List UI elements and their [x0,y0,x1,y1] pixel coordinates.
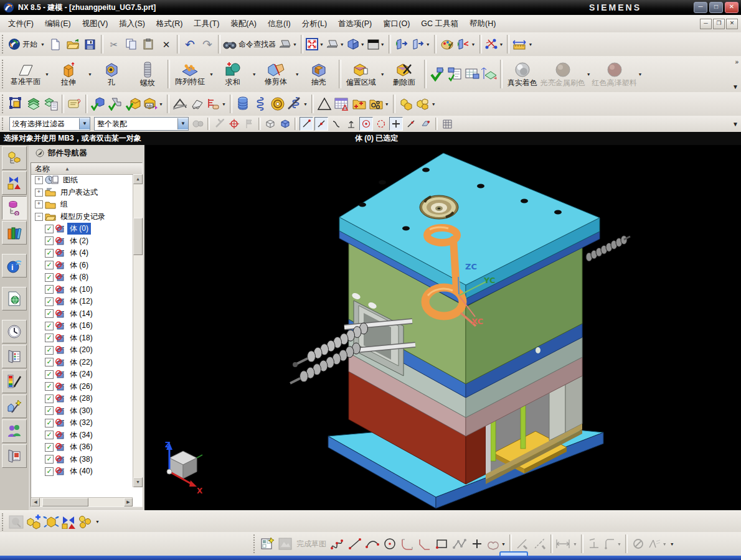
sync-check-button[interactable] [429,66,445,82]
checkbox-icon[interactable]: ✓ [45,394,54,403]
hole-button[interactable]: 孔 [93,58,130,90]
toolbar-handle[interactable] [2,95,6,113]
line-button[interactable] [347,536,363,552]
history-tab[interactable] [2,320,27,343]
move-component-button[interactable] [43,514,59,530]
offset-region-button[interactable]: 偏置区域 [343,58,379,90]
delete-button[interactable]: ✕ [158,36,174,52]
tree-body-row[interactable]: ✓ 体 (0) [31,223,133,235]
blocks-b-button[interactable]: ▼ [415,96,437,112]
tree-body-row[interactable]: ✓ 体 (34) [31,429,133,442]
checkbox-icon[interactable]: ✓ [45,467,54,476]
circle-button[interactable] [382,536,398,552]
vertical-scrollbar[interactable]: ▲ ▼ [133,174,142,487]
checkbox-icon[interactable]: ✓ [45,225,54,233]
doc-restore-button[interactable]: ❐ [713,19,725,29]
snap-quadrant-button[interactable] [374,117,388,131]
checkbox-icon[interactable]: ✓ [45,236,54,245]
reuse-library-tab[interactable] [2,221,27,245]
start-menu-button[interactable]: 开始▼ [8,36,46,52]
tree-body-row[interactable]: ✓ 体 (32) [31,417,133,429]
check-table-button[interactable] [464,66,480,82]
dropdown-arrow-icon[interactable]: ▼ [79,118,90,129]
unite-button[interactable]: 求和 [215,58,251,90]
check-box-button[interactable] [125,96,141,112]
scrollbar-thumb[interactable] [133,218,143,255]
checkbox-icon[interactable]: ✓ [45,358,54,366]
dropdown-arrow-icon[interactable]: ▼ [177,118,188,129]
open-button[interactable] [65,36,81,52]
close-button[interactable]: ✕ [725,2,739,13]
command-finder-button[interactable]: 命令查找器 [223,36,278,52]
chamfer-button[interactable] [417,536,433,552]
tree-body-row[interactable]: ✓ 体 (36) [31,441,133,454]
minimize-button[interactable]: ─ [694,2,707,13]
profile-button[interactable] [329,536,346,552]
layer-settings-button[interactable] [43,96,59,112]
checkbox-icon[interactable]: ✓ [45,346,54,355]
grid-button[interactable] [440,117,454,131]
toolbar-overflow-chevron[interactable]: » [735,58,739,65]
toolbar-handle[interactable] [2,513,6,531]
tree-body-row[interactable]: ✓ 体 (24) [31,368,133,381]
checkbox-icon[interactable]: ✓ [45,322,54,330]
bounding-frame-button[interactable] [8,96,24,112]
checkbox-icon[interactable]: ✓ [45,419,54,427]
graphics-viewport[interactable]: ZC YC XC Z X [144,145,741,510]
chevron-down-icon[interactable]: ▼ [209,72,214,77]
tree-body-row[interactable]: ✓ 体 (30) [31,405,133,418]
trim-body-button[interactable]: 修剪体 [258,58,294,90]
scene-wand-tab[interactable] [2,394,27,418]
arc-button[interactable] [364,536,380,552]
extrude-button[interactable]: 拉伸 [50,58,87,90]
menu-item-6[interactable]: 工具(T) [188,16,225,32]
assembly-constraints-button[interactable]: ▼ [484,36,505,52]
triangle-button[interactable] [316,96,333,112]
folder-circles-button[interactable]: ▼ [369,96,390,112]
tree-body-row[interactable]: ✓ 体 (38) [31,454,133,466]
tree-group-model-history[interactable]: − 模型历史记录 [31,211,133,223]
tree-body-row[interactable]: ✓ 体 (8) [31,271,133,284]
tree-body-row[interactable]: ✓ 体 (18) [31,332,133,345]
polygon-button[interactable] [451,536,468,552]
layers-button[interactable] [26,96,42,112]
true-shading-button[interactable]: 真实着色 [504,58,540,90]
add-component-button[interactable] [26,514,42,530]
snap-target-button[interactable] [227,117,241,131]
snap-face-button[interactable] [419,117,433,131]
checkbox-icon[interactable]: ✓ [45,431,54,439]
snap-midpoint-button[interactable] [314,117,328,131]
spring-crossed-button[interactable]: ▼ [287,96,309,112]
demo-button[interactable]: ▼ [279,36,298,52]
datum-plane-button[interactable]: 基准平面 [7,58,44,90]
point-button[interactable] [469,536,485,552]
menu-item-11[interactable]: 窗口(O) [377,16,415,32]
roles-tab[interactable] [2,419,27,443]
tree-group-groups[interactable]: + 组 [31,198,133,211]
tree-column-header[interactable]: 名称 ▲ [31,163,142,175]
selection-filter-dropdown[interactable]: 没有选择过滤器 ▼ [9,117,90,131]
rectangle-button[interactable] [434,536,450,552]
fillet-button[interactable] [399,536,415,552]
tree-body-row[interactable]: ✓ 体 (20) [31,344,133,357]
chevron-down-icon[interactable]: ▼ [45,72,49,77]
cut-button[interactable]: ✂ [106,36,122,52]
save-button[interactable] [82,36,98,52]
redo-button[interactable]: ↷ [199,36,215,52]
pattern-feature-button[interactable]: 阵列特征 [172,58,208,90]
title-bar[interactable]: NX 8.5 - 建模 - [zhuangpeitu_UG7.5.prt] SI… [0,0,741,15]
doc-close-button[interactable]: ✕ [726,19,738,29]
visualization-tab[interactable] [2,370,27,393]
tree-body-row[interactable]: ✓ 体 (6) [31,259,133,272]
delete-face-button[interactable]: 删除面 [386,58,422,90]
checkbox-icon[interactable]: ✓ [45,285,54,294]
assembly-navigator-tab[interactable] [2,146,27,170]
tree-body-row[interactable]: ✓ 体 (22) [31,357,133,369]
collapse-icon[interactable]: − [35,213,43,221]
constraint-navigator-tab[interactable] [2,171,27,195]
check-section-button[interactable] [481,66,498,82]
sort-ascending-icon[interactable]: ▲ [65,166,70,172]
orient-view-button[interactable]: ▼ [347,36,366,52]
system-scenes-tab[interactable] [2,444,27,468]
pattern-curve-button[interactable]: ▼ [486,536,507,552]
